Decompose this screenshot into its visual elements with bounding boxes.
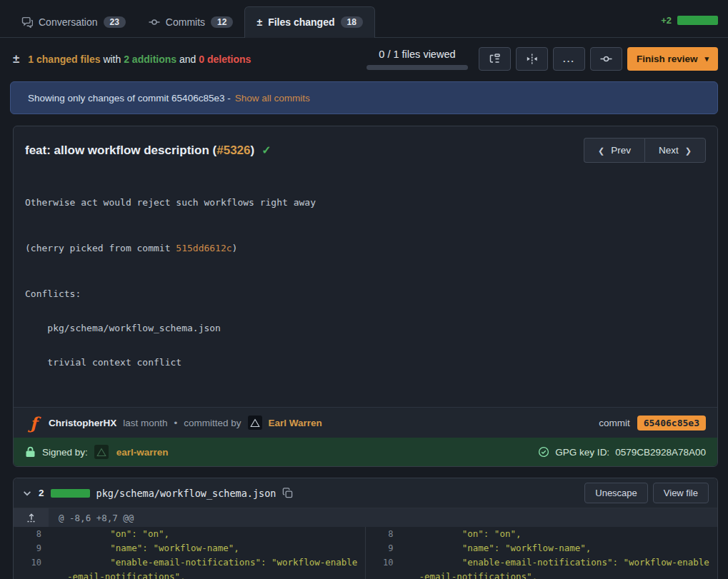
tab-commits[interactable]: Commits 12 — [137, 7, 245, 37]
new-line-number[interactable]: 10 — [366, 555, 401, 579]
commit-message-line: trivial context conflict — [25, 357, 706, 368]
diff-pane-old: 8 "on": "on", 9 "name": "workflow-name",… — [14, 527, 366, 579]
committer-avatar[interactable] — [248, 416, 262, 430]
triangle-avatar-icon — [96, 448, 106, 457]
diff-row: 8 "on": "on", — [366, 527, 718, 541]
signer-name[interactable]: earl-warren — [116, 447, 169, 458]
diff-icon: ± — [256, 16, 262, 28]
commit-sha-badge[interactable]: 65406c85e3 — [637, 416, 706, 431]
chevron-left-icon: ❮ — [598, 147, 604, 154]
diff-row: 10 "enable-email-notifications": "workfl… — [14, 555, 365, 579]
old-code-line: "name": "workflow-name", — [67, 541, 365, 555]
file-addition-count: 2 — [39, 488, 44, 498]
files-viewed-progressbar — [367, 65, 468, 70]
diff-file-header: 2 pkg/schema/workflow_schema.json Unesca… — [14, 478, 717, 508]
additions-text: 2 additions — [124, 54, 176, 65]
tab-files-changed-label: Files changed — [268, 16, 334, 28]
diff-file-box: 2 pkg/schema/workflow_schema.json Unesca… — [13, 478, 718, 579]
expand-hunk-button[interactable] — [14, 508, 49, 527]
old-code-line: "enable-email-notifications": "workflow-… — [67, 555, 365, 579]
triangle-avatar-icon — [250, 418, 260, 428]
show-all-commits-link[interactable]: Show all commits — [235, 93, 310, 104]
committed-by-label: committed by — [184, 418, 241, 428]
issue-link[interactable]: #5326 — [216, 144, 250, 157]
pr-tab-bar: Conversation 23 Commits 12 ± Files chang… — [0, 0, 728, 38]
file-diff-meter-bar — [51, 489, 90, 498]
success-check-icon: ✓ — [261, 144, 271, 156]
pr-diff-meter: +2 — [661, 15, 718, 37]
diff-row: 8 "on": "on", — [14, 527, 365, 541]
dot-separator: • — [174, 418, 178, 428]
diff-meter-bar — [677, 16, 718, 25]
tab-conversation[interactable]: Conversation 23 — [10, 7, 137, 37]
next-commit-button[interactable]: Next ❯ — [644, 138, 706, 163]
tab-files-changed[interactable]: ± Files changed 18 — [244, 6, 374, 38]
hunk-header-row: @ -8,6 +8,7 @@ — [14, 508, 717, 527]
diff-stats-row: ± 1 changed files with 2 additions and 0… — [0, 38, 728, 80]
commit-label: commit — [599, 418, 630, 428]
cherry-pick-commit-link[interactable]: 515dd6612c — [176, 243, 231, 253]
commit-scope-banner: Showing only changes of commit 65406c85e… — [10, 81, 718, 114]
gpg-key-label: GPG key ID: — [555, 447, 609, 458]
commit-select-button[interactable] — [590, 47, 622, 71]
author-avatar[interactable]: ƒ — [25, 414, 42, 431]
signer-avatar[interactable] — [94, 445, 109, 459]
commit-signature-bar: Signed by: earl-warren GPG key ID: 0579C… — [14, 438, 717, 466]
gpg-key-group: GPG key ID: 0579CB2928A78A00 — [538, 446, 706, 458]
diff-stat-icon: ± — [13, 52, 19, 66]
old-code-line: "on": "on", — [67, 527, 365, 541]
commit-title: feat: allow workflow description (#5326)… — [25, 144, 271, 158]
additions-total-label: +2 — [661, 15, 672, 26]
commit-title-row: feat: allow workflow description (#5326)… — [14, 126, 717, 170]
new-code-line: "on": "on", — [419, 527, 718, 541]
diff-row: 9 "name": "workflow-name", — [14, 541, 365, 555]
diff-stat-summary: 1 changed files with 2 additions and 0 d… — [28, 54, 251, 65]
old-line-number[interactable]: 10 — [14, 555, 49, 579]
signed-by-label: Signed by: — [42, 447, 88, 458]
commit-message-line: (cherry picked from commit 515dd6612c) — [25, 243, 706, 254]
commit-sha-group: commit 65406c85e3 — [599, 416, 706, 431]
unescape-button[interactable]: Unescape — [584, 483, 648, 503]
collapse-file-chevron-icon[interactable] — [22, 488, 32, 498]
committer-name[interactable]: Earl Warren — [269, 418, 322, 428]
author-name[interactable]: ChristopherHX — [49, 418, 116, 428]
prev-commit-button[interactable]: ❮ Prev — [584, 138, 644, 163]
commit-author-bar: ƒ ChristopherHX last month • committed b… — [14, 407, 717, 438]
new-line-number[interactable]: 9 — [366, 541, 401, 555]
commits-count-badge: 12 — [211, 16, 233, 28]
commit-icon — [149, 16, 160, 28]
commit-message-line: pkg/schema/workflow_schema.json — [25, 323, 706, 334]
file-name-link[interactable]: pkg/schema/workflow_schema.json — [96, 488, 276, 499]
file-tree-toggle-button[interactable] — [479, 47, 511, 71]
tab-conversation-label: Conversation — [39, 16, 98, 28]
view-file-button[interactable]: View file — [653, 483, 709, 503]
diff-row: 10 "enable-email-notifications": "workfl… — [366, 555, 718, 579]
old-line-number[interactable]: 9 — [14, 541, 49, 555]
diff-row: 9 "name": "workflow-name", — [366, 541, 718, 555]
deletions-text: 0 deletions — [199, 54, 251, 65]
split-unified-diff-button[interactable] — [516, 47, 548, 71]
commit-time: last month — [123, 418, 167, 428]
commit-icon — [600, 54, 612, 64]
diff-pane-new: 8 "on": "on", 9 "name": "workflow-name",… — [366, 527, 718, 579]
lock-icon — [25, 446, 36, 458]
new-code-line: "name": "workflow-name", — [419, 541, 718, 555]
files-viewed-label: 0 / 1 files viewed — [367, 49, 468, 60]
old-line-number[interactable]: 8 — [14, 527, 49, 541]
changed-files-text: 1 changed files — [28, 54, 100, 65]
commit-message-line: Otherwise act would reject such workflow… — [25, 197, 706, 208]
copy-path-icon[interactable] — [282, 488, 293, 498]
files-viewed-block: 0 / 1 files viewed — [367, 49, 468, 70]
conversation-icon — [21, 16, 33, 28]
tab-commits-label: Commits — [166, 16, 205, 28]
more-options-button[interactable]: ... — [553, 47, 585, 71]
commit-message-line: Conflicts: — [25, 288, 706, 300]
finish-review-button[interactable]: Finish review ▾ — [627, 47, 718, 71]
new-line-number[interactable]: 8 — [366, 527, 401, 541]
ellipsis-icon: ... — [563, 57, 575, 61]
review-toolbar: 0 / 1 files viewed ... Finish review ▾ — [367, 47, 718, 71]
verified-check-icon — [538, 446, 549, 458]
split-view-icon — [526, 54, 538, 64]
split-diff-table: 8 "on": "on", 9 "name": "workflow-name",… — [14, 527, 717, 579]
prev-next-group: ❮ Prev Next ❯ — [584, 138, 706, 163]
